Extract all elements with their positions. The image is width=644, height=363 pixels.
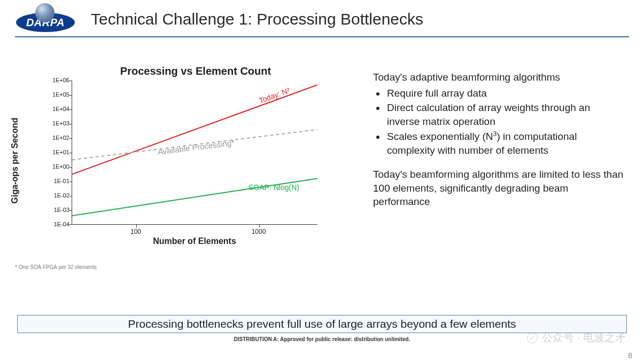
- ytick: 1E+06: [45, 77, 69, 83]
- wechat-icon: ✓: [527, 333, 538, 343]
- intro-text: Today's adaptive beamforming algorithms: [373, 70, 624, 84]
- x-axis-label: Number of Elements: [72, 236, 317, 246]
- chart: Giga-ops per Second 1E+06 1E+05 1E+04 1E…: [26, 81, 346, 241]
- series-label-available: Available Processing*: [157, 138, 235, 156]
- title-divider: [15, 36, 629, 37]
- y-axis-label: Giga-ops per Second: [10, 118, 20, 204]
- ytick: 1E-02: [45, 192, 69, 199]
- page-title: Technical Challenge 1: Processing Bottle…: [91, 10, 423, 28]
- bullet: Scales exponentially (N3) in computation…: [386, 130, 624, 157]
- xtick: 1000: [252, 228, 266, 235]
- watermark: ✓ 公众号 · 电波之矛: [527, 330, 626, 345]
- series-label-today: Today: N³: [258, 86, 291, 105]
- series-today: [72, 85, 317, 174]
- plot-area: Today: N³ Available Processing* SOAP: Nl…: [72, 81, 317, 225]
- xtick: 100: [130, 228, 141, 235]
- darpa-logo: DARPA: [16, 6, 75, 32]
- ytick: 1E+02: [45, 135, 69, 141]
- chart-lines: [72, 81, 317, 224]
- ytick: 1E+00: [45, 163, 69, 170]
- paragraph: Today's beamforming algorithms are limit…: [373, 168, 624, 209]
- series-label-soap: SOAP: Nlog(N): [249, 183, 299, 192]
- ytick: 1E-01: [45, 178, 69, 184]
- chart-footnote: * One SOA FPGA per 32 elements: [15, 264, 346, 270]
- ytick: 1E+01: [45, 149, 69, 155]
- bullet: Require full array data: [386, 86, 624, 100]
- page-number: 8: [628, 351, 632, 360]
- ytick: 1E-03: [45, 207, 69, 213]
- ytick: 1E-04: [45, 221, 69, 227]
- ytick: 1E+04: [45, 106, 69, 112]
- bullet: Direct calculation of array weights thro…: [386, 101, 624, 128]
- text-column: Today's adaptive beamforming algorithms …: [346, 49, 629, 270]
- globe-icon: [35, 3, 55, 22]
- chart-title: Processing vs Element Count: [15, 65, 346, 77]
- ytick: 1E+05: [45, 91, 69, 98]
- y-ticks: 1E+06 1E+05 1E+04 1E+03 1E+02 1E+01 1E+0…: [45, 77, 69, 228]
- chart-column: Processing vs Element Count Giga-ops per…: [15, 49, 346, 270]
- ytick: 1E+03: [45, 120, 69, 127]
